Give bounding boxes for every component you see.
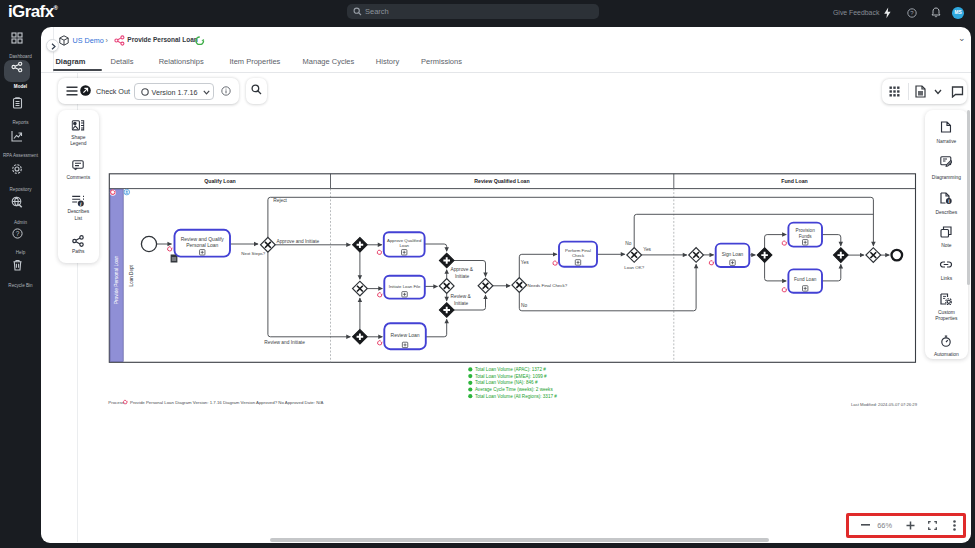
svg-text:Initiate: Initiate <box>454 301 468 306</box>
svg-text:Review Qualified Loan: Review Qualified Loan <box>474 178 529 184</box>
svg-text:No: No <box>625 241 631 246</box>
svg-text:Review &: Review & <box>451 294 472 299</box>
svg-text:Review Loan: Review Loan <box>391 332 420 338</box>
svg-text:Process:: Process: <box>108 400 125 405</box>
svg-text:Provide Personal Loan: Provide Personal Loan <box>114 255 119 304</box>
svg-text:Qualify Loan: Qualify Loan <box>204 178 235 184</box>
svg-text:Review and Qualify: Review and Qualify <box>181 236 225 242</box>
svg-text:Perform Final: Perform Final <box>565 248 591 253</box>
svg-text:Check: Check <box>572 253 585 258</box>
svg-text:Sign Loan: Sign Loan <box>722 252 744 257</box>
svg-text:Last Modified: 2024-05-07 07:2: Last Modified: 2024-05-07 07:26:29 <box>851 402 918 407</box>
svg-text:Fund Loan: Fund Loan <box>794 277 817 282</box>
svg-text:Approve and Initiate: Approve and Initiate <box>277 239 320 244</box>
svg-text:Total Loan Volume (All Regions: Total Loan Volume (All Regions): 3317 # <box>475 394 557 399</box>
svg-text:Initiate: Initiate <box>455 274 469 279</box>
svg-text:Total Loan Volume (APAC): 1372: Total Loan Volume (APAC): 1372 # <box>475 367 546 372</box>
svg-text:Loan Dept: Loan Dept <box>129 264 134 286</box>
svg-text:Fund Loan: Fund Loan <box>781 178 808 184</box>
svg-text:Provide Personal Loan Diagram: Provide Personal Loan Diagram Version: 1… <box>130 400 324 405</box>
svg-text:Average Cycle Time (weeks): 2: Average Cycle Time (weeks): 2 weeks <box>475 387 553 392</box>
svg-text:Approve Qualified: Approve Qualified <box>387 238 422 243</box>
svg-text:Initiate Loan File: Initiate Loan File <box>389 284 421 289</box>
svg-text:Total Loan Volume (EMEA): 1099: Total Loan Volume (EMEA): 1099 # <box>475 374 547 379</box>
svg-text:Needs Final Check?: Needs Final Check? <box>528 283 568 288</box>
svg-text:Yes: Yes <box>521 260 529 265</box>
svg-text:Loan OK?: Loan OK? <box>624 265 644 270</box>
svg-text:Approve &: Approve & <box>451 267 474 272</box>
svg-text:Review and Initiate: Review and Initiate <box>264 340 305 345</box>
svg-text:No: No <box>521 303 527 308</box>
svg-text:Personal Loan: Personal Loan <box>186 242 218 248</box>
svg-text:Reject: Reject <box>273 198 287 203</box>
svg-text:Loan: Loan <box>399 243 409 248</box>
svg-text:Next Steps?: Next Steps? <box>241 251 265 256</box>
svg-text:Total Loan Volume (NA): 846 #: Total Loan Volume (NA): 846 # <box>475 380 538 385</box>
svg-text:Yes: Yes <box>643 247 651 252</box>
svg-text:Funds: Funds <box>799 234 813 239</box>
svg-text:Provision: Provision <box>796 228 816 233</box>
